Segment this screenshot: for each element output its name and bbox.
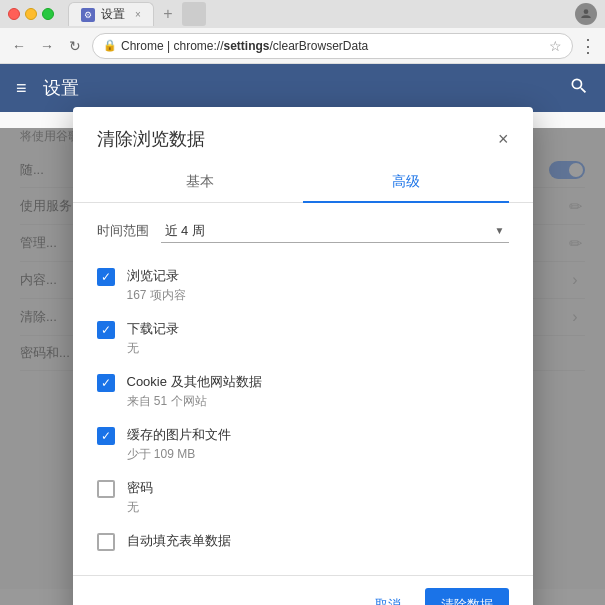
clear-browser-data-dialog: 清除浏览数据 × 基本 高级 时间范围 最近一小时 — [73, 107, 533, 606]
close-dialog-button[interactable]: × — [498, 130, 509, 148]
chrome-content: ≡ 设置 将使用谷歌帐号使您和您的密码生自动登录给 Google 随... 使用… — [0, 64, 605, 605]
profile-avatar[interactable] — [575, 3, 597, 25]
forward-button[interactable]: → — [36, 35, 58, 57]
settings-tab-label: 设置 — [101, 6, 125, 23]
modal-overlay: 清除浏览数据 × 基本 高级 时间范围 最近一小时 — [0, 128, 605, 605]
reload-button[interactable]: ↻ — [64, 35, 86, 57]
back-button[interactable]: ← — [8, 35, 30, 57]
maximize-window-button[interactable] — [42, 8, 54, 20]
tab-basic[interactable]: 基本 — [97, 163, 303, 203]
dialog-header: 清除浏览数据 × — [73, 107, 533, 151]
bookmark-icon[interactable]: ☆ — [549, 38, 562, 54]
checkbox-browse-indicator — [97, 268, 115, 286]
settings-page-title: 设置 — [43, 76, 79, 100]
checkbox-cache-text: 缓存的图片和文件 少于 109 MB — [127, 426, 231, 463]
time-range-label: 时间范围 — [97, 222, 149, 240]
browser-menu-button[interactable]: ⋮ — [579, 35, 597, 57]
time-range-wrapper: 最近一小时 最近 24 小时 最近 7 天 近 4 周 全部时间 ▼ — [161, 219, 509, 243]
checkbox-autofill-text: 自动填充表单数据 — [127, 532, 231, 550]
dialog-body: 时间范围 最近一小时 最近 24 小时 最近 7 天 近 4 周 全部时间 ▼ — [73, 203, 533, 575]
checkbox-cookies-indicator — [97, 374, 115, 392]
dialog-tabs: 基本 高级 — [73, 163, 533, 203]
checkbox-passwords-indicator — [97, 480, 115, 498]
close-tab-button[interactable]: × — [135, 9, 141, 20]
checkbox-cache[interactable]: 缓存的图片和文件 少于 109 MB — [97, 418, 509, 471]
settings-header: ≡ 设置 — [0, 64, 605, 112]
hamburger-menu-button[interactable]: ≡ — [16, 78, 27, 99]
settings-tab[interactable]: ⚙ 设置 × — [68, 2, 154, 26]
dialog-footer: 取消 清除数据 — [73, 575, 533, 606]
cancel-button[interactable]: 取消 — [359, 588, 417, 606]
clear-data-button[interactable]: 清除数据 — [425, 588, 509, 606]
checkbox-browse-history[interactable]: 浏览记录 167 项内容 — [97, 259, 509, 312]
checkbox-autofill-indicator — [97, 533, 115, 551]
checkbox-download-history[interactable]: 下载记录 无 — [97, 312, 509, 365]
checkbox-cookies-text: Cookie 及其他网站数据 来自 51 个网站 — [127, 373, 262, 410]
url-text: Chrome | chrome://settings/clearBrowserD… — [121, 39, 368, 53]
checkbox-passwords-text: 密码 无 — [127, 479, 153, 516]
checkbox-download-indicator — [97, 321, 115, 339]
url-bar[interactable]: 🔒 Chrome | chrome://settings/clearBrowse… — [92, 33, 573, 59]
checkbox-cache-indicator — [97, 427, 115, 445]
tab-overflow-button[interactable] — [182, 2, 206, 26]
time-range-select[interactable]: 最近一小时 最近 24 小时 最近 7 天 近 4 周 全部时间 — [161, 219, 509, 242]
new-tab-button[interactable]: + — [158, 4, 178, 24]
checkbox-cookies[interactable]: Cookie 及其他网站数据 来自 51 个网站 — [97, 365, 509, 418]
checkbox-browse-text: 浏览记录 167 项内容 — [127, 267, 186, 304]
time-range-row: 时间范围 最近一小时 最近 24 小时 最近 7 天 近 4 周 全部时间 ▼ — [97, 219, 509, 243]
minimize-window-button[interactable] — [25, 8, 37, 20]
settings-search-button[interactable] — [569, 76, 589, 101]
checkbox-autofill[interactable]: 自动填充表单数据 — [97, 524, 509, 559]
close-window-button[interactable] — [8, 8, 20, 20]
traffic-lights — [8, 8, 54, 20]
secure-icon: 🔒 — [103, 39, 117, 52]
svg-point-0 — [584, 9, 589, 14]
checkbox-passwords[interactable]: 密码 无 — [97, 471, 509, 524]
tab-bar: ⚙ 设置 × + — [68, 2, 569, 26]
dialog-title: 清除浏览数据 — [97, 127, 205, 151]
address-bar: ← → ↻ 🔒 Chrome | chrome://settings/clear… — [0, 28, 605, 64]
tab-advanced[interactable]: 高级 — [303, 163, 509, 203]
settings-tab-icon: ⚙ — [81, 8, 95, 22]
checkbox-download-text: 下载记录 无 — [127, 320, 179, 357]
title-bar: ⚙ 设置 × + — [0, 0, 605, 28]
